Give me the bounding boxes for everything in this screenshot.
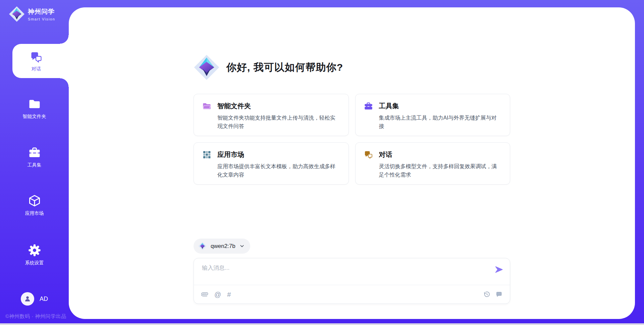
cube-icon	[28, 194, 41, 207]
paperclip-icon[interactable]	[201, 291, 208, 298]
user-initials: AD	[40, 296, 48, 303]
main-panel: 你好, 我可以如何帮助你? 智能文件夹 智能文件夹功能支持批量文件上传与清洗，轻…	[69, 7, 635, 319]
sidebar-item-app-market[interactable]: 应用市场	[0, 194, 69, 216]
copyright-footer: ©神州数码 · 神州问学出品	[5, 313, 66, 320]
sidebar-item-label: 对话	[32, 66, 41, 72]
card-title: 智能文件夹	[217, 102, 251, 111]
feature-cards: 智能文件夹 智能文件夹功能支持批量文件上传与清洗，轻松实现文件问答 工具集 集成…	[194, 94, 510, 185]
gear-icon	[28, 244, 41, 257]
chevron-down-icon	[239, 244, 245, 249]
card-toolset[interactable]: 工具集 集成市场上主流工具，助力AI与外界无缝扩展与对接	[355, 94, 511, 136]
card-chat[interactable]: 对话 灵活切换多模型文件，支持多样回复效果调试，满足个性化需求	[355, 142, 511, 185]
chat-bubble-icon[interactable]	[495, 291, 502, 298]
card-title: 应用市场	[217, 150, 244, 159]
chat-icon	[364, 150, 373, 159]
diamond-logo-icon	[194, 54, 220, 80]
briefcase-icon	[364, 101, 373, 111]
card-header: 工具集	[364, 101, 502, 111]
brand-name: 神州问学	[28, 7, 55, 16]
model-selector[interactable]: qwen2:7b	[194, 239, 250, 254]
user-avatar-icon	[23, 295, 32, 303]
avatar	[21, 292, 34, 306]
sidebar-item-label: 智能文件夹	[23, 114, 46, 120]
card-header: 应用市场	[202, 150, 340, 159]
at-icon[interactable]: @	[214, 291, 221, 298]
composer-left-tools: @ #	[201, 291, 231, 298]
send-icon[interactable]	[494, 265, 503, 274]
card-title: 工具集	[379, 102, 399, 111]
sidebar-item-toolset[interactable]: 工具集	[0, 146, 69, 168]
message-input[interactable]	[202, 264, 487, 281]
history-icon[interactable]	[483, 291, 490, 298]
greeting-block: 你好, 我可以如何帮助你?	[194, 54, 343, 80]
active-tab-bottom-curve	[60, 78, 69, 87]
diamond-logo-icon	[198, 242, 207, 250]
composer-toolbar: @ #	[194, 285, 510, 304]
folder-icon	[28, 97, 41, 111]
brand-subtitle: Smart Vision	[28, 17, 55, 21]
sidebar-item-label: 系统设置	[25, 260, 44, 266]
card-header: 对话	[364, 150, 502, 159]
hash-icon[interactable]: #	[227, 291, 231, 298]
main-content: 你好, 我可以如何帮助你? 智能文件夹 智能文件夹功能支持批量文件上传与清洗，轻…	[194, 7, 510, 319]
card-app-market[interactable]: 应用市场 应用市场提供丰富长文本模板，助力高效生成多样化文章内容	[194, 142, 349, 185]
card-title: 对话	[379, 150, 392, 159]
brand-text: 神州问学 Smart Vision	[28, 7, 55, 21]
grid-icon	[202, 150, 212, 159]
card-description: 灵活切换多模型文件，支持多样回复效果调试，满足个性化需求	[379, 162, 502, 179]
card-description: 集成市场上主流工具，助力AI与外界无缝扩展与对接	[379, 114, 502, 131]
message-composer: @ #	[194, 258, 510, 304]
briefcase-icon	[28, 146, 41, 159]
model-name: qwen2:7b	[211, 243, 235, 250]
sidebar-item-system-settings[interactable]: 系统设置	[0, 244, 69, 266]
sidebar-item-label: 工具集	[28, 162, 42, 168]
card-smart-folder[interactable]: 智能文件夹 智能文件夹功能支持批量文件上传与清洗，轻松实现文件问答	[194, 94, 349, 136]
card-description: 智能文件夹功能支持批量文件上传与清洗，轻松实现文件问答	[217, 114, 340, 131]
chat-icon	[30, 50, 43, 64]
sidebar: 神州问学 Smart Vision 对话 智能文件夹 工具集 应用市场 系统设置…	[0, 0, 69, 325]
active-tab-top-curve	[60, 35, 69, 44]
sidebar-item-label: 应用市场	[25, 210, 44, 216]
sidebar-item-smart-folder[interactable]: 智能文件夹	[0, 97, 69, 120]
brand-logo: 神州问学 Smart Vision	[9, 6, 55, 22]
sidebar-item-chat[interactable]: 对话	[12, 44, 69, 78]
composer-right-tools	[483, 291, 502, 298]
card-description: 应用市场提供丰富长文本模板，助力高效生成多样化文章内容	[217, 162, 340, 179]
diamond-logo-icon	[9, 6, 25, 22]
folder-icon	[202, 101, 212, 111]
user-account[interactable]: AD	[0, 292, 69, 306]
card-header: 智能文件夹	[202, 101, 340, 111]
greeting-title: 你好, 我可以如何帮助你?	[226, 61, 343, 74]
window-bottom-edge	[0, 323, 644, 325]
